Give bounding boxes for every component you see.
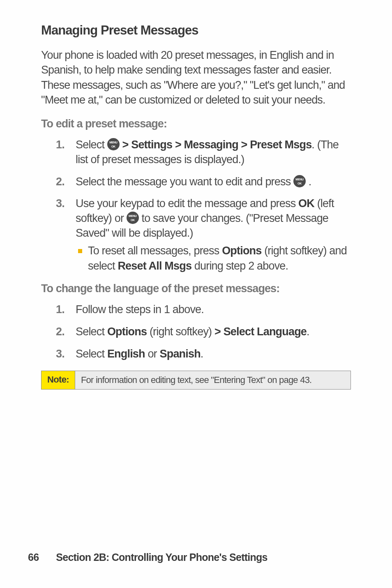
spanish-label: Spanish	[160, 348, 201, 360]
subheading-lang: To change the language of the preset mes…	[41, 282, 351, 295]
subheading-edit: To edit a preset message:	[41, 118, 351, 130]
ok-label: OK	[298, 197, 314, 210]
sub-bullet: To reset all messages, press Options (ri…	[76, 243, 351, 273]
step-text: Select	[76, 325, 107, 338]
step-text: Use your keypad to edit the message and …	[76, 197, 298, 210]
step-2: Select the message you want to edit and …	[41, 175, 351, 189]
page-number: 66	[28, 551, 39, 563]
steps-lang: Follow the steps in 1 above. Select Opti…	[41, 302, 351, 362]
intro-paragraph: Your phone is loaded with 20 preset mess…	[41, 48, 351, 108]
select-lang-path: > Select Language	[214, 325, 307, 338]
step-text: Select the message you want to edit and …	[76, 175, 293, 188]
step-text: Select	[76, 348, 107, 360]
step-suffix: .	[307, 325, 309, 338]
section-heading: Managing Preset Messages	[41, 23, 351, 38]
step-3: Select English or Spanish.	[41, 347, 351, 362]
menu-ok-icon	[107, 138, 120, 150]
page-content: Managing Preset Messages Your phone is l…	[0, 0, 392, 390]
note-label: Note:	[42, 371, 75, 390]
section-label: Section 2B: Controlling Your Phone's Set…	[56, 551, 267, 563]
reset-label: Reset All Msgs	[118, 260, 191, 272]
step-text: Select	[76, 138, 107, 151]
sub-bullets: To reset all messages, press Options (ri…	[76, 243, 351, 273]
note-body: For information on editing text, see "En…	[75, 371, 350, 390]
options-label: Options	[107, 325, 147, 338]
bullet-text: To reset all messages, press	[88, 244, 222, 257]
step-3: Use your keypad to edit the message and …	[41, 196, 351, 273]
steps-edit: Select > Settings > Messaging > Preset M…	[41, 138, 351, 273]
page-footer: 66Section 2B: Controlling Your Phone's S…	[28, 551, 267, 563]
step-path: > Settings > Messaging > Preset Msgs	[120, 138, 311, 151]
options-label: Options	[222, 244, 261, 257]
menu-ok-icon	[127, 212, 139, 224]
or-text: or	[145, 348, 160, 360]
bullet-suffix: during step 2 above.	[191, 260, 288, 272]
step-mid: (right softkey)	[147, 325, 214, 338]
step-text-suffix: .	[306, 175, 311, 188]
step-2: Select Options (right softkey) > Select …	[41, 325, 351, 339]
step-1: Follow the steps in 1 above.	[41, 302, 351, 317]
step-suffix: .	[201, 348, 203, 360]
step-1: Select > Settings > Messaging > Preset M…	[41, 138, 351, 167]
menu-ok-icon	[293, 175, 306, 187]
english-label: English	[107, 348, 145, 360]
note-box: Note: For information on editing text, s…	[41, 371, 351, 390]
